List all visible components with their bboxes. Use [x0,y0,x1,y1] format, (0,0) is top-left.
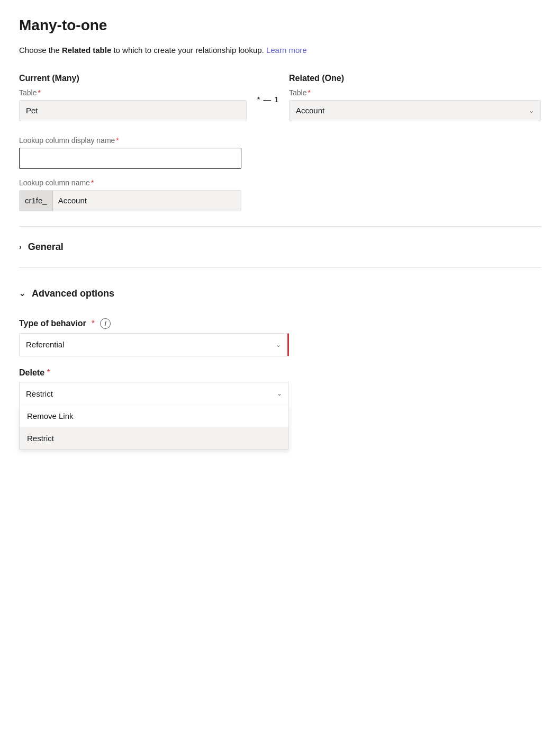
relationship-separator: * — 1 [247,74,289,104]
current-table-label: Table* [19,88,247,97]
delete-option-restrict[interactable]: Restrict [20,427,288,449]
general-section-label: General [28,241,64,253]
lookup-name-prefix: cr1fe_ [20,191,53,211]
lookup-name-field: cr1fe_ Account [19,190,241,211]
lookup-name-section: Lookup column name* cr1fe_ Account [19,178,541,211]
behavior-row: Type of behavior * i [19,318,541,329]
section-divider-2 [19,267,541,268]
advanced-section: ⌄ Advanced options Type of behavior * i … [19,273,541,405]
delete-dropdown[interactable]: Restrict ⌄ [19,382,289,405]
behavior-selected-value: Referential [26,340,65,349]
advanced-section-header[interactable]: ⌄ Advanced options [19,279,541,309]
chevron-right-icon: › [19,243,22,251]
delete-label: Delete [19,368,44,377]
delete-label-row: Delete * [19,368,541,378]
lookup-display-input[interactable]: Account [19,148,241,169]
behavior-dropdown-container: Referential ⌄ [19,333,289,356]
related-column: Related (One) Table* Account ⌄ [289,74,541,121]
chevron-down-icon: ⌄ [529,107,534,114]
columns-row: Current (Many) Table* Pet * — 1 Related … [19,74,541,121]
general-section-header[interactable]: › General [19,232,541,262]
learn-more-link[interactable]: Learn more [266,46,307,55]
lookup-name-value: Account [53,191,241,211]
current-column-heading: Current (Many) [19,74,247,83]
chevron-down-icon: ⌄ [19,289,25,298]
behavior-label: Type of behavior [19,319,86,328]
delete-selected-value: Restrict [26,389,53,398]
lookup-display-label: Lookup column display name* [19,136,541,145]
section-divider-1 [19,226,541,227]
behavior-dropdown[interactable]: Referential ⌄ [19,333,289,356]
current-column: Current (Many) Table* Pet [19,74,247,121]
advanced-section-label: Advanced options [32,288,114,299]
delete-dropdown-menu: Remove Link Restrict [19,405,289,450]
delete-dropdown-container: Restrict ⌄ Remove Link Restrict [19,382,289,405]
related-column-heading: Related (One) [289,74,541,83]
info-icon[interactable]: i [100,318,111,329]
delete-chevron-icon: ⌄ [277,390,282,397]
related-table-label: Table* [289,88,541,97]
current-table-value: Pet [19,100,247,121]
lookup-name-label: Lookup column name* [19,178,541,187]
subtitle: Choose the Related table to which to cre… [19,44,541,57]
page-title: Many-to-one [19,17,541,34]
related-table-dropdown[interactable]: Account ⌄ [289,100,541,121]
delete-option-remove-link[interactable]: Remove Link [20,405,288,427]
lookup-display-section: Lookup column display name* Account [19,136,541,169]
behavior-chevron-icon: ⌄ [276,341,281,348]
